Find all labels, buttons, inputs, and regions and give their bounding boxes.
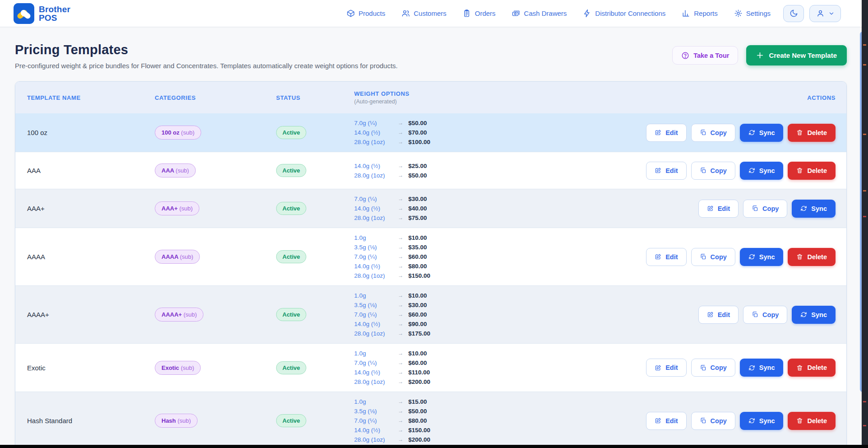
sync-button[interactable]: Sync [740, 359, 784, 377]
weight-option-row: 14.0g (½)→$90.00 [354, 320, 623, 328]
edit-icon [655, 253, 661, 260]
arrow-icon: → [393, 426, 408, 434]
sync-icon [748, 253, 755, 260]
copy-button[interactable]: Copy [691, 359, 735, 377]
brand[interactable]: Brother POS [14, 3, 70, 24]
categories-cell: Hash (sub) [155, 414, 276, 428]
edit-button[interactable]: Edit [646, 124, 686, 142]
sync-button[interactable]: Sync [740, 248, 784, 266]
weight-option-row: 7.0g (¼)→$80.00 [354, 417, 623, 425]
template-name: AAAA+ [27, 311, 155, 318]
create-new-template-button[interactable]: Create New Template [746, 45, 847, 65]
weight-price: $175.00 [408, 330, 430, 337]
weight-option-row: 7.0g (¼)→$60.00 [354, 311, 623, 318]
category-badge: AAAA+ (sub) [155, 308, 203, 322]
nav-item-cash-drawers[interactable]: Cash Drawers [512, 9, 567, 18]
copy-button[interactable]: Copy [691, 248, 735, 266]
arrow-icon: → [393, 205, 408, 212]
weight-options-cell: 7.0g (¼)→$30.0014.0g (½)→$40.0028.0g (1o… [354, 195, 623, 222]
weight-value: 7.0g (¼) [354, 195, 393, 203]
sync-icon [748, 417, 755, 424]
weight-price: $110.00 [408, 369, 430, 376]
weight-value: 14.0g (½) [354, 205, 393, 212]
delete-label: Delete [807, 417, 827, 425]
edit-label: Edit [718, 205, 730, 212]
help-circle-icon [681, 51, 689, 60]
status-cell: Active [276, 202, 354, 215]
weight-option-row: 7.0g (¼)→$30.00 [354, 195, 623, 203]
nav-item-label: Products [359, 9, 385, 17]
arrow-icon: → [393, 262, 408, 270]
weight-option-row: 28.0g (1oz)→$175.00 [354, 330, 623, 337]
table-row: Hash StandardHash (sub)Active1.0g→$15.00… [15, 392, 846, 448]
weight-value: 28.0g (1oz) [354, 436, 393, 443]
copy-button[interactable]: Copy [743, 200, 787, 218]
nav-item-settings[interactable]: Settings [734, 9, 771, 18]
weight-value: 14.0g (½) [354, 426, 393, 434]
take-a-tour-button[interactable]: Take a Tour [672, 46, 738, 65]
delete-button[interactable]: Delete [788, 162, 836, 180]
delete-button[interactable]: Delete [788, 359, 836, 377]
weight-price: $10.00 [408, 234, 427, 242]
nav-item-orders[interactable]: Orders [462, 9, 495, 18]
edit-icon [707, 205, 714, 212]
edit-button[interactable]: Edit [646, 248, 686, 266]
weight-option-row: 14.0g (½)→$70.00 [354, 129, 623, 136]
category-badge: Exotic (sub) [155, 361, 201, 375]
sync-button[interactable]: Sync [740, 162, 784, 180]
weight-price: $100.00 [408, 138, 430, 146]
sync-button[interactable]: Sync [740, 412, 784, 430]
sync-icon [748, 129, 755, 136]
copy-button[interactable]: Copy [691, 124, 735, 142]
edit-icon [655, 364, 661, 371]
weight-value: 14.0g (½) [354, 320, 393, 328]
sync-button[interactable]: Sync [792, 306, 836, 324]
plus-icon [756, 51, 764, 59]
nav-item-reports[interactable]: Reports [682, 9, 718, 18]
arrow-icon: → [393, 162, 408, 170]
weight-option-row: 28.0g (1oz)→$200.00 [354, 436, 623, 443]
edit-button[interactable]: Edit [646, 412, 686, 430]
arrow-icon: → [393, 320, 408, 328]
copy-icon [752, 205, 758, 212]
copy-icon [700, 253, 706, 260]
actions-cell: EditCopySyncDelete [623, 412, 836, 430]
copy-button[interactable]: Copy [691, 412, 735, 430]
actions-cell: EditCopySyncDelete [623, 124, 836, 142]
edit-label: Edit [665, 417, 678, 425]
delete-button[interactable]: Delete [788, 412, 836, 430]
copy-button[interactable]: Copy [691, 162, 735, 180]
delete-button[interactable]: Delete [788, 248, 836, 266]
sync-button[interactable]: Sync [792, 200, 836, 218]
weight-option-row: 1.0g→$10.00 [354, 234, 623, 242]
edit-label: Edit [665, 253, 678, 261]
nav-item-distributor-connections[interactable]: Distributor Connections [583, 9, 665, 18]
weight-option-row: 3.5g (⅛)→$50.00 [354, 407, 623, 415]
edit-button[interactable]: Edit [646, 162, 686, 180]
nav-item-customers[interactable]: Customers [402, 9, 447, 18]
arrow-icon: → [393, 350, 408, 357]
page-subtitle: Pre-configured weight & price bundles fo… [15, 62, 398, 70]
status-badge: Active [276, 361, 306, 374]
delete-label: Delete [807, 364, 827, 371]
nav-item-label: Orders [475, 9, 495, 17]
edit-button[interactable]: Edit [698, 306, 739, 324]
sync-label: Sync [811, 311, 827, 318]
arrow-icon: → [393, 129, 408, 136]
arrow-icon: → [393, 407, 408, 415]
theme-toggle-button[interactable] [783, 5, 804, 22]
weight-price: $10.00 [408, 350, 427, 357]
delete-button[interactable]: Delete [788, 124, 836, 142]
col-header-categories: CATEGORIES [155, 94, 276, 101]
right-edge-strip [862, 0, 868, 448]
categories-cell: AAAA (sub) [155, 250, 276, 264]
nav-item-products[interactable]: Products [346, 9, 385, 18]
edit-button[interactable]: Edit [646, 359, 686, 377]
weight-option-row: 1.0g→$15.00 [354, 398, 623, 406]
trash-icon [796, 364, 803, 371]
edit-button[interactable]: Edit [698, 200, 739, 218]
weight-price: $60.00 [408, 359, 427, 367]
user-menu-button[interactable] [809, 5, 841, 22]
copy-button[interactable]: Copy [743, 306, 787, 324]
sync-button[interactable]: Sync [740, 124, 784, 142]
